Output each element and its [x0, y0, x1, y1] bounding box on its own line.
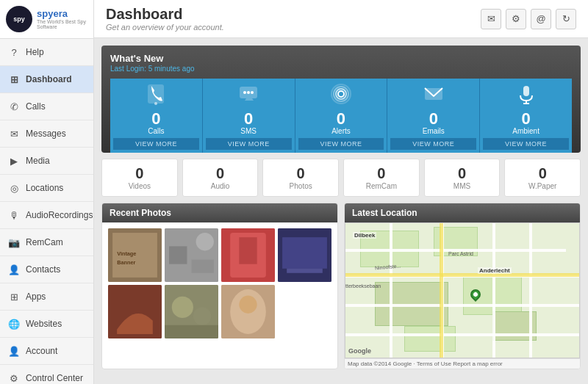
videos-label: Videos: [105, 182, 174, 190]
bottom-row: Recent Photos Vintage Banner: [101, 203, 581, 369]
stat-ambient: 0 Ambient VIEW MORE: [480, 79, 572, 153]
sidebar-label-calls: Calls: [26, 101, 46, 112]
photo-thumb-7[interactable]: [221, 285, 275, 338]
photo-thumb-3[interactable]: [221, 228, 275, 282]
contacts-icon: 👤: [7, 263, 21, 276]
audio-count: 0: [186, 165, 255, 182]
page-subtitle: Get an overview of your account.: [106, 23, 224, 32]
whats-new-title: What's New: [110, 53, 572, 64]
header-icons: ✉ ⚙ @ ↻: [481, 9, 576, 29]
stat2-wpaper: 0 W.Paper: [504, 159, 581, 197]
svg-text:Vintage: Vintage: [117, 250, 136, 257]
main-area: Dashboard Get an overview of your accoun…: [94, 0, 588, 384]
photos-grid: Vintage Banner: [108, 228, 331, 338]
stat-emails: 0 Emails VIEW MORE: [387, 79, 480, 153]
app-name: spyera: [37, 9, 87, 19]
remcam-label: RemCam: [347, 182, 416, 190]
photos-label: Photos: [266, 182, 335, 190]
refresh-icon-button[interactable]: ↻: [556, 9, 576, 29]
svg-rect-26: [282, 237, 327, 269]
svg-point-3: [243, 91, 246, 94]
at-icon-button[interactable]: @: [531, 9, 551, 29]
svg-point-30: [172, 297, 193, 318]
map-footer: Map data ©2014 Google · Terms of Use Rep…: [345, 358, 580, 369]
sidebar-label-apps: Apps: [26, 291, 46, 302]
sidebar-item-locations[interactable]: ◎ Locations: [0, 175, 93, 202]
svg-point-35: [239, 296, 257, 314]
sidebar-item-dashboard[interactable]: ⊞ Dashboard: [0, 66, 93, 93]
stat-alerts: 0 Alerts VIEW MORE: [295, 79, 388, 153]
svg-point-4: [247, 91, 250, 94]
svg-rect-32: [165, 325, 218, 338]
locations-icon: ◎: [7, 181, 21, 195]
stats-row-2: 0 Videos 0 Audio 0 Photos 0 RemCam 0 MMS…: [101, 159, 581, 197]
logo-area: spy spyera The World's Best Spy Software: [0, 0, 93, 39]
sidebar-label-messages: Messages: [26, 128, 66, 139]
photo-thumb-4[interactable]: [278, 228, 331, 282]
sidebar-label-websites: Websites: [26, 319, 62, 329]
map-view[interactable]: Dilbeek Anderlecht Ninoofste... tterbeek…: [345, 222, 580, 358]
mic-stat-icon: [483, 83, 569, 109]
svg-rect-19: [169, 246, 187, 264]
sidebar-item-apps[interactable]: ⊞ Apps: [0, 283, 93, 311]
sidebar-label-controlcenter: Control Center: [26, 373, 83, 383]
svg-text:Banner: Banner: [117, 259, 135, 266]
sidebar-item-messages[interactable]: ✉ Messages: [0, 120, 93, 148]
sidebar-item-help[interactable]: ? Help: [0, 39, 93, 66]
photo-thumb-1[interactable]: Vintage Banner: [108, 228, 162, 282]
calls-view-more[interactable]: VIEW MORE: [113, 138, 199, 150]
websites-icon: 🌐: [7, 317, 21, 330]
photo-thumb-2[interactable]: [165, 228, 218, 282]
last-login-text: Last Login: 5 minutes ago: [110, 65, 572, 73]
calls-label: Calls: [113, 127, 199, 135]
messages-icon: ✉: [7, 127, 21, 140]
alerts-count: 0: [298, 111, 384, 127]
stat2-audio: 0 Audio: [182, 159, 259, 197]
sidebar-label-contacts: Contacts: [26, 264, 60, 275]
sidebar-item-media[interactable]: ▶ Media: [0, 148, 93, 175]
svg-point-6: [338, 91, 344, 97]
svg-point-5: [251, 91, 254, 94]
videos-count: 0: [105, 165, 174, 182]
sidebar-item-audiorecordings[interactable]: 🎙 AudioRecordings: [0, 202, 93, 229]
sidebar-label-dashboard: Dashboard: [26, 74, 72, 84]
map-label-anderlecht: Anderlecht: [478, 267, 512, 274]
photos-count: 0: [266, 165, 335, 182]
audio-icon: 🎙: [7, 209, 21, 222]
email-icon-button[interactable]: ✉: [481, 9, 501, 29]
sidebar-item-calls[interactable]: ✆ Calls: [0, 93, 93, 120]
sidebar-item-controlcenter[interactable]: ⚙ Control Center: [0, 365, 93, 384]
svg-rect-24: [239, 237, 257, 264]
stat2-videos: 0 Videos: [101, 159, 178, 197]
logo-icon: spy: [6, 6, 32, 32]
svg-point-20: [196, 233, 214, 250]
sms-view-more[interactable]: VIEW MORE: [206, 138, 292, 150]
gear-icon-button[interactable]: ⚙: [506, 9, 526, 29]
ambient-view-more[interactable]: VIEW MORE: [483, 138, 569, 150]
sidebar-item-websites[interactable]: 🌐 Websites: [0, 311, 93, 338]
svg-point-1: [154, 102, 157, 105]
emails-view-more[interactable]: VIEW MORE: [390, 138, 476, 150]
sidebar-item-account[interactable]: 👤 Account: [0, 338, 93, 365]
photo-thumb-5[interactable]: [108, 285, 162, 338]
stat-calls: 0 Calls VIEW MORE: [110, 79, 203, 153]
sidebar-item-remcam[interactable]: 📷 RemCam: [0, 229, 93, 256]
stat-sms: 0 SMS VIEW MORE: [203, 79, 295, 153]
svg-rect-11: [523, 86, 529, 96]
alerts-view-more[interactable]: VIEW MORE: [298, 138, 384, 150]
page-title: Dashboard: [106, 6, 224, 23]
photo-thumb-6[interactable]: [165, 285, 218, 338]
sidebar-label-help: Help: [26, 47, 44, 57]
mms-count: 0: [428, 165, 497, 182]
wpaper-label: W.Paper: [508, 182, 577, 190]
sidebar: spy spyera The World's Best Spy Software…: [0, 0, 94, 384]
audio-label: Audio: [186, 182, 255, 190]
map-label-dilbeek: Dilbeek: [353, 232, 376, 239]
sidebar-item-contacts[interactable]: 👤 Contacts: [0, 256, 93, 283]
sidebar-label-audio: AudioRecordings: [26, 210, 93, 220]
google-logo: Google: [348, 347, 371, 355]
remcam-count: 0: [347, 165, 416, 182]
recent-photos-header: Recent Photos: [102, 203, 337, 222]
sidebar-label-locations: Locations: [26, 183, 63, 193]
emails-label: Emails: [390, 127, 476, 135]
